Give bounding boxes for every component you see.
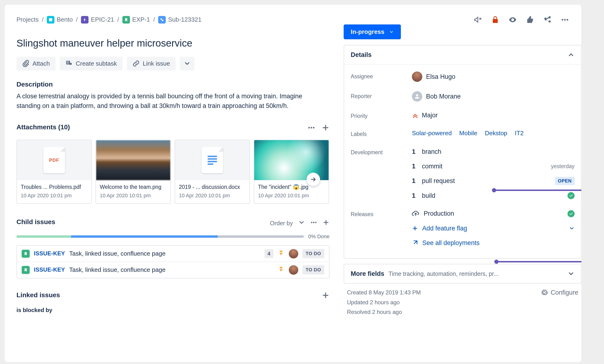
details-header[interactable]: Details (344, 45, 581, 64)
priority-label: Priority (351, 111, 412, 120)
branch-word: branch (422, 147, 441, 156)
label-chip[interactable]: Dekstop (485, 129, 507, 137)
attach-button[interactable]: Attach (16, 57, 56, 71)
crumb-project[interactable]: Bento (47, 15, 73, 24)
status-label: In-progress (351, 28, 384, 36)
description-body[interactable]: A close terrestrial analogy is provided … (16, 91, 327, 110)
attachment-card[interactable]: The "incident" 😱.jpg 10 Apr 2020 10:01 p… (254, 140, 329, 204)
dev-commit-row[interactable]: 1 commit yesterday (412, 162, 575, 170)
link-issue-label: Link issue (143, 60, 170, 67)
like-icon[interactable] (525, 15, 535, 24)
add-feature-flag-row[interactable]: Add feature flag (412, 224, 575, 232)
give-feedback-icon[interactable] (473, 15, 483, 24)
order-by-chevron-icon[interactable] (298, 219, 305, 228)
attachment-card[interactable]: 2019 - ... discussion.docx 10 Apr 2020 1… (175, 140, 250, 204)
priority-major-icon (412, 112, 418, 119)
assignee-name: Elsa Hugo (426, 73, 455, 81)
attachment-date: 10 Apr 2020 10:01 pm (258, 192, 325, 199)
field-releases: Releases Production (351, 205, 575, 252)
child-add-icon[interactable] (323, 219, 329, 228)
linked-add-icon[interactable] (322, 291, 329, 302)
attachment-date: 10 Apr 2020 10:01 pm (179, 192, 246, 199)
assignee-avatar (412, 72, 422, 82)
child-issue-row[interactable]: ISSUE-KEY Task, linked issue, confluence… (17, 262, 329, 278)
order-by-label[interactable]: Order by (270, 219, 293, 227)
pr-count: 1 (412, 177, 415, 185)
create-subtask-button[interactable]: Create subtask (60, 57, 123, 71)
attachments-add-icon[interactable] (322, 124, 329, 134)
labels-label: Labels (351, 129, 412, 138)
watch-icon[interactable] (508, 15, 517, 24)
right-column: In-progress Details Assignee Elsa Hugo (344, 24, 581, 316)
attachments-more-icon[interactable] (307, 124, 315, 134)
assignee-avatar[interactable] (289, 249, 298, 258)
svg-point-7 (313, 222, 315, 223)
subtask-icon (158, 16, 166, 24)
attachment-name: Welcome to the team.png (100, 183, 167, 191)
reporter-name: Bob Morane (426, 92, 461, 101)
configure-label: Configure (551, 288, 578, 297)
svg-point-4 (311, 127, 312, 129)
see-all-deployments-label: See all deployments (422, 239, 479, 247)
status-badge[interactable]: TO DO (302, 265, 324, 274)
label-chip[interactable]: IT2 (515, 129, 524, 137)
child-count-badge: 4 (264, 249, 273, 258)
child-issues-actions: Order by (270, 219, 329, 228)
top-actions (473, 15, 570, 24)
attachment-card[interactable]: PDF Troubles ... Problems.pdf 10 Apr 202… (16, 140, 92, 204)
attachment-card[interactable]: Welcome to the team.png 10 Apr 2020 10:0… (96, 140, 171, 204)
attachments-next-button[interactable] (306, 173, 320, 186)
project-icon (47, 16, 54, 24)
chevron-down-icon (567, 270, 575, 277)
dev-branch-row[interactable]: 1 branch (412, 147, 575, 156)
linked-issues-heading: Linked issues (16, 291, 60, 300)
status-dropdown[interactable]: In-progress (344, 24, 401, 39)
label-chip[interactable]: Mobile (459, 129, 477, 137)
attachment-date: 10 Apr 2020 10:01 pm (21, 192, 88, 199)
attach-label: Attach (33, 60, 50, 67)
lock-icon[interactable] (491, 15, 500, 24)
crumb-story[interactable]: EXP-1 (122, 15, 150, 24)
assignee-value[interactable]: Elsa Hugo (412, 72, 575, 82)
crumb-subtask[interactable]: Sub-123321 (158, 15, 201, 24)
details-body: Assignee Elsa Hugo Reporter Bob Morane (344, 64, 581, 258)
more-icon[interactable] (560, 15, 570, 24)
progress-done-segment (16, 235, 71, 238)
configure-button[interactable]: Configure (541, 288, 578, 297)
link-issue-more-button[interactable] (180, 57, 194, 71)
reporter-value[interactable]: Bob Morane (412, 91, 575, 102)
child-key[interactable]: ISSUE-KEY (34, 250, 65, 257)
breadcrumb-sep: / (76, 15, 78, 24)
story-icon (122, 16, 130, 24)
page-title[interactable]: Slingshot maneuver helper microservice (16, 37, 329, 50)
svg-point-8 (315, 222, 317, 223)
crumb-epic[interactable]: EPIC-21 (81, 15, 114, 24)
priority-value[interactable]: Major (412, 111, 575, 120)
child-more-icon[interactable] (310, 219, 317, 228)
link-issue-button[interactable]: Link issue (127, 57, 176, 71)
assignee-avatar[interactable] (289, 265, 298, 275)
status-badge[interactable]: TO DO (302, 249, 324, 258)
crumb-projects[interactable]: Projects (16, 15, 38, 24)
label-chip[interactable]: Solar-powered (412, 129, 452, 137)
created-date: Created 8 May 2019 1:43 PM (347, 289, 421, 296)
see-all-deployments-row[interactable]: See all deployments (412, 239, 575, 247)
issue-page: Projects / Bento / EPIC-21 / EXP-1 / (5, 5, 581, 362)
svg-point-3 (308, 127, 310, 129)
commit-meta: yesterday (551, 163, 575, 170)
share-icon[interactable] (543, 15, 552, 24)
child-issue-row[interactable]: ISSUE-KEY Task, linked issue, confluence… (17, 246, 329, 262)
child-key[interactable]: ISSUE-KEY (34, 266, 65, 273)
assignee-label: Assignee (351, 72, 412, 80)
release-env-row[interactable]: Production (412, 209, 575, 218)
svg-point-0 (562, 19, 563, 21)
action-row: Attach Create subtask Link issue (16, 57, 329, 71)
attachment-thumb (175, 140, 250, 180)
reporter-avatar (412, 91, 422, 102)
attachment-date: 10 Apr 2020 10:01 pm (100, 192, 167, 199)
columns: Slingshot maneuver helper microservice A… (16, 24, 570, 316)
field-labels: Labels Solar-powered Mobile Dekstop IT2 (351, 124, 575, 143)
attachments-header: Attachments (10) (16, 123, 329, 134)
updated-date: Updated 2 hours ago (347, 299, 578, 306)
labels-value[interactable]: Solar-powered Mobile Dekstop IT2 (412, 129, 575, 137)
